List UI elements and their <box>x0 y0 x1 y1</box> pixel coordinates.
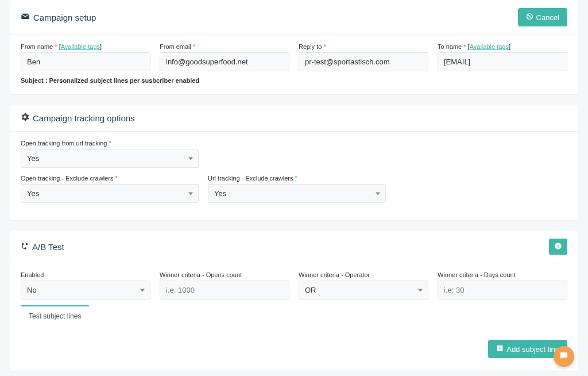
reply-to-label: Reply to * <box>299 43 428 50</box>
abtest-enabled-select[interactable]: No <box>21 281 150 300</box>
add-subject-line-label: Add subject line <box>506 345 559 354</box>
chat-icon <box>559 351 569 363</box>
abtest-panel: A/B Test i Enabled No Win <box>10 231 578 371</box>
info-button[interactable]: i <box>549 239 567 255</box>
abtest-days-input[interactable] <box>438 281 567 300</box>
envelope-icon <box>21 12 30 23</box>
chat-widget-button[interactable] <box>554 346 574 367</box>
to-name-input[interactable] <box>438 52 567 71</box>
to-name-tags-link[interactable]: Available tags <box>470 43 509 50</box>
tab-test-subject-lines[interactable]: Test subject lines <box>21 305 89 326</box>
abtest-enabled-label: Enabled <box>21 271 150 278</box>
tracking-title-text: Campaign tracking options <box>33 113 135 123</box>
abtest-title-text: A/B Test <box>32 242 64 252</box>
tracking-title: Campaign tracking options <box>21 113 135 123</box>
abtest-title: A/B Test <box>21 242 64 252</box>
cancel-label: Cancel <box>536 13 559 22</box>
to-name-label: To name * [Available tags] <box>438 43 567 50</box>
url-exclude-label: Url tracking - Exclude crawlers * <box>208 175 386 182</box>
open-exclude-select[interactable]: Yes <box>21 184 199 203</box>
from-name-input[interactable] <box>21 52 150 71</box>
ban-icon <box>526 13 533 22</box>
campaign-setup-title-text: Campaign setup <box>33 13 96 22</box>
cancel-button[interactable]: Cancel <box>518 8 567 26</box>
from-email-input[interactable] <box>160 52 289 71</box>
svg-text:i: i <box>558 243 559 248</box>
svg-line-1 <box>528 14 532 18</box>
campaign-setup-panel: Campaign setup Cancel From name * [Avail… <box>10 0 578 94</box>
campaign-setup-title: Campaign setup <box>21 12 96 23</box>
info-icon: i <box>554 242 562 252</box>
subject-line: Subject : Personalized subject lines per… <box>21 77 567 84</box>
branch-icon <box>21 242 29 252</box>
open-url-select[interactable]: Yes <box>21 149 199 168</box>
abtest-opens-input[interactable] <box>160 281 289 300</box>
open-url-label: Open tracking from url tracking * <box>21 140 199 147</box>
abtest-operator-label: Winner criteria - Operator <box>299 271 428 278</box>
open-exclude-label: Open tracking - Exclude crawlers * <box>21 175 199 182</box>
abtest-days-label: Winner criteria - Days count <box>438 271 567 278</box>
from-name-tags-link[interactable]: Available tags <box>61 43 100 50</box>
abtest-operator-select[interactable]: OR <box>299 281 428 300</box>
from-name-label: From name * [Available tags] <box>21 43 150 50</box>
gear-icon <box>21 113 29 123</box>
url-exclude-select[interactable]: Yes <box>208 184 386 203</box>
tracking-panel: Campaign tracking options Open tracking … <box>10 105 578 220</box>
plus-square-icon <box>496 344 504 354</box>
reply-to-input[interactable] <box>299 52 428 71</box>
abtest-opens-label: Winner criteria - Opens count <box>160 271 289 278</box>
from-email-label: From email * <box>160 43 289 50</box>
